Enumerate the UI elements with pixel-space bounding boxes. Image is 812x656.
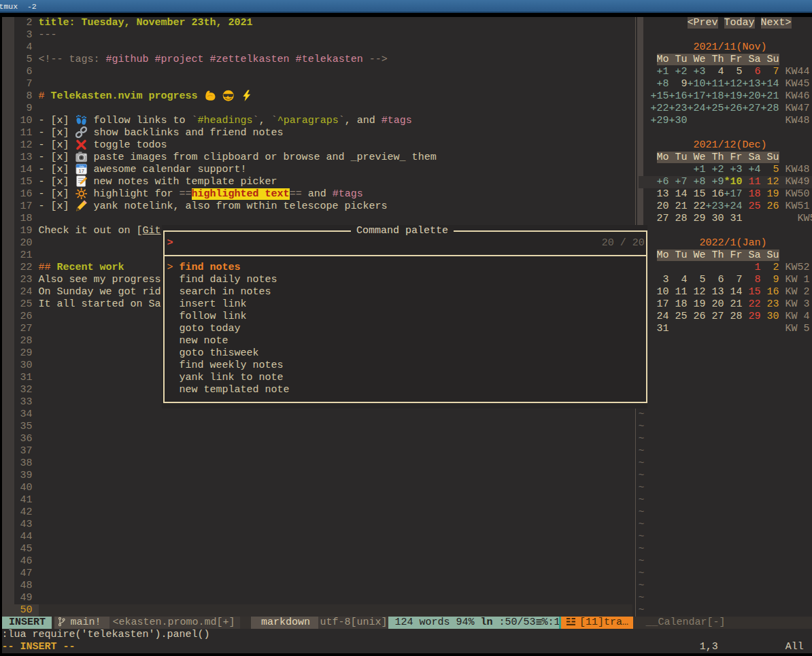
- svg-text:17: 17: [79, 168, 84, 174]
- svg-text:July: July: [79, 165, 84, 167]
